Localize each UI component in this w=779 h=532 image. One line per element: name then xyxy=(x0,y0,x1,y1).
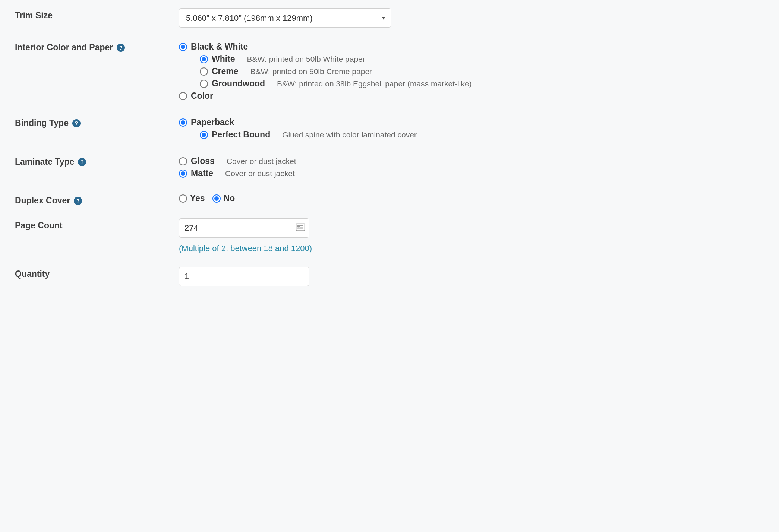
gloss-desc: Cover or dust jacket xyxy=(227,157,296,166)
duplex-label: Duplex Cover xyxy=(15,196,70,206)
bw-label: Black & White xyxy=(191,42,248,52)
matte-desc: Cover or dust jacket xyxy=(225,169,295,178)
page-count-hint: (Multiple of 2, between 18 and 1200) xyxy=(179,243,317,254)
paperback-label: Paperback xyxy=(191,117,234,127)
radio-gloss[interactable] xyxy=(179,157,187,165)
radio-matte[interactable] xyxy=(179,170,187,178)
binding-label: Binding Type xyxy=(15,118,69,128)
radio-duplex-yes[interactable] xyxy=(179,194,187,203)
color-label: Color xyxy=(191,91,213,101)
help-icon[interactable]: ? xyxy=(117,44,125,52)
svg-rect-4 xyxy=(297,229,303,229)
paper-creme-label: Creme xyxy=(212,66,239,76)
duplex-no-label: No xyxy=(224,193,235,203)
radio-paper-creme[interactable] xyxy=(200,67,208,76)
svg-rect-1 xyxy=(297,225,300,228)
page-count-input[interactable] xyxy=(179,218,309,238)
row-trim-size: Trim Size 5.060" x 7.810" (198mm x 129mm… xyxy=(15,8,779,28)
radio-paper-groundwood[interactable] xyxy=(200,80,208,88)
paper-groundwood-desc: B&W: printed on 38lb Eggshell paper (mas… xyxy=(277,79,472,88)
svg-rect-3 xyxy=(300,227,303,228)
row-binding: Binding Type ? Paperback Perfect Bound G… xyxy=(15,116,779,142)
perfect-bound-label: Perfect Bound xyxy=(212,130,270,140)
radio-perfect-bound[interactable] xyxy=(200,131,208,139)
svg-rect-2 xyxy=(300,225,303,226)
paper-white-desc: B&W: printed on 50lb White paper xyxy=(247,55,365,64)
duplex-yes-label: Yes xyxy=(190,193,205,203)
paper-white-label: White xyxy=(212,54,235,64)
row-page-count: Page Count (Multiple of 2, between 18 an… xyxy=(15,218,779,254)
perfect-bound-desc: Glued spine with color laminated cover xyxy=(282,130,417,139)
print-options-form: Trim Size 5.060" x 7.810" (198mm x 129mm… xyxy=(0,0,779,314)
row-interior: Interior Color and Paper ? Black & White… xyxy=(15,40,779,103)
radio-paper-white[interactable] xyxy=(200,55,208,63)
trim-size-select-wrap: 5.060" x 7.810" (198mm x 129mm) ▼ xyxy=(179,8,391,28)
matte-label: Matte xyxy=(191,168,213,178)
gloss-label: Gloss xyxy=(191,156,215,166)
card-icon xyxy=(296,223,305,233)
row-quantity: Quantity xyxy=(15,267,779,286)
help-icon[interactable]: ? xyxy=(74,197,82,205)
page-count-wrap xyxy=(179,218,309,238)
trim-size-select[interactable]: 5.060" x 7.810" (198mm x 129mm) xyxy=(179,8,391,28)
laminate-label: Laminate Type xyxy=(15,157,74,167)
radio-color[interactable] xyxy=(179,92,187,100)
radio-duplex-no[interactable] xyxy=(212,194,221,203)
paper-creme-desc: B&W: printed on 50lb Creme paper xyxy=(250,67,372,76)
quantity-label: Quantity xyxy=(15,269,50,279)
radio-bw[interactable] xyxy=(179,43,187,51)
help-icon[interactable]: ? xyxy=(72,119,81,127)
radio-paperback[interactable] xyxy=(179,118,187,127)
row-duplex: Duplex Cover ? Yes No xyxy=(15,193,779,206)
help-icon[interactable]: ? xyxy=(78,158,86,166)
trim-size-label: Trim Size xyxy=(15,10,53,20)
quantity-input[interactable] xyxy=(179,267,309,286)
row-laminate: Laminate Type ? Gloss Cover or dust jack… xyxy=(15,155,779,181)
page-count-label: Page Count xyxy=(15,221,63,231)
interior-label: Interior Color and Paper xyxy=(15,42,113,53)
paper-groundwood-label: Groundwood xyxy=(212,79,265,89)
